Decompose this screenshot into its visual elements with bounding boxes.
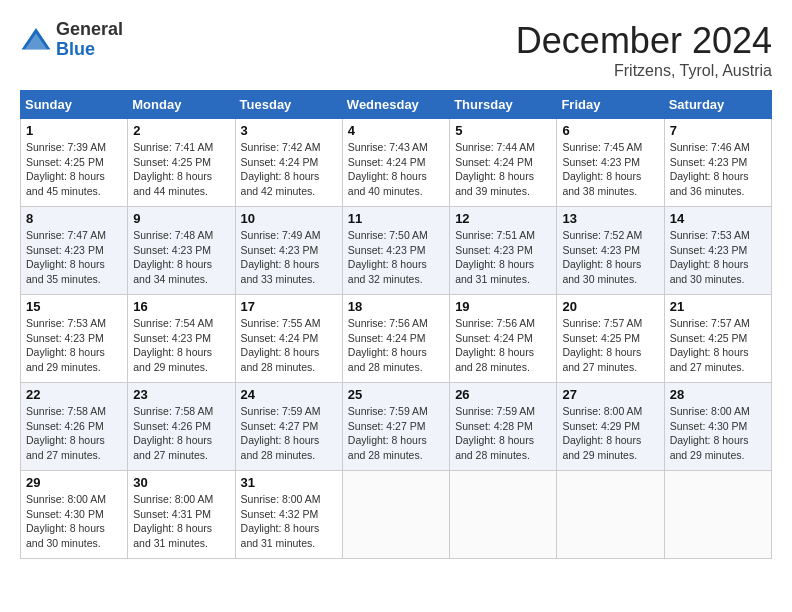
day-number: 12 [455,211,551,226]
day-info: Sunrise: 7:57 AMSunset: 4:25 PMDaylight:… [562,316,658,375]
day-info: Sunrise: 7:58 AMSunset: 4:26 PMDaylight:… [133,404,229,463]
calendar-table: SundayMondayTuesdayWednesdayThursdayFrid… [20,90,772,559]
day-info: Sunrise: 7:56 AMSunset: 4:24 PMDaylight:… [455,316,551,375]
day-number: 8 [26,211,122,226]
day-number: 22 [26,387,122,402]
calendar-cell: 21Sunrise: 7:57 AMSunset: 4:25 PMDayligh… [664,295,771,383]
logo-icon [20,24,52,56]
weekday-header-monday: Monday [128,91,235,119]
day-info: Sunrise: 7:53 AMSunset: 4:23 PMDaylight:… [670,228,766,287]
day-number: 17 [241,299,337,314]
day-number: 30 [133,475,229,490]
title-block: December 2024 Fritzens, Tyrol, Austria [516,20,772,80]
calendar-week-1: 1Sunrise: 7:39 AMSunset: 4:25 PMDaylight… [21,119,772,207]
day-number: 24 [241,387,337,402]
month-title: December 2024 [516,20,772,62]
day-info: Sunrise: 7:48 AMSunset: 4:23 PMDaylight:… [133,228,229,287]
day-info: Sunrise: 7:41 AMSunset: 4:25 PMDaylight:… [133,140,229,199]
day-number: 4 [348,123,444,138]
calendar-cell: 13Sunrise: 7:52 AMSunset: 4:23 PMDayligh… [557,207,664,295]
calendar-cell: 20Sunrise: 7:57 AMSunset: 4:25 PMDayligh… [557,295,664,383]
calendar-cell: 4Sunrise: 7:43 AMSunset: 4:24 PMDaylight… [342,119,449,207]
calendar-cell: 19Sunrise: 7:56 AMSunset: 4:24 PMDayligh… [450,295,557,383]
day-number: 16 [133,299,229,314]
calendar-cell: 7Sunrise: 7:46 AMSunset: 4:23 PMDaylight… [664,119,771,207]
day-info: Sunrise: 7:59 AMSunset: 4:28 PMDaylight:… [455,404,551,463]
day-number: 10 [241,211,337,226]
calendar-cell: 24Sunrise: 7:59 AMSunset: 4:27 PMDayligh… [235,383,342,471]
day-number: 29 [26,475,122,490]
day-number: 14 [670,211,766,226]
day-info: Sunrise: 7:47 AMSunset: 4:23 PMDaylight:… [26,228,122,287]
weekday-header-friday: Friday [557,91,664,119]
logo-text: General Blue [56,20,123,60]
calendar-cell: 16Sunrise: 7:54 AMSunset: 4:23 PMDayligh… [128,295,235,383]
day-info: Sunrise: 7:49 AMSunset: 4:23 PMDaylight:… [241,228,337,287]
calendar-cell: 28Sunrise: 8:00 AMSunset: 4:30 PMDayligh… [664,383,771,471]
day-info: Sunrise: 7:54 AMSunset: 4:23 PMDaylight:… [133,316,229,375]
day-number: 20 [562,299,658,314]
calendar-cell: 8Sunrise: 7:47 AMSunset: 4:23 PMDaylight… [21,207,128,295]
calendar-cell: 17Sunrise: 7:55 AMSunset: 4:24 PMDayligh… [235,295,342,383]
calendar-week-5: 29Sunrise: 8:00 AMSunset: 4:30 PMDayligh… [21,471,772,559]
day-number: 19 [455,299,551,314]
calendar-cell: 27Sunrise: 8:00 AMSunset: 4:29 PMDayligh… [557,383,664,471]
weekday-header-saturday: Saturday [664,91,771,119]
calendar-cell: 11Sunrise: 7:50 AMSunset: 4:23 PMDayligh… [342,207,449,295]
calendar-cell: 14Sunrise: 7:53 AMSunset: 4:23 PMDayligh… [664,207,771,295]
calendar-cell: 23Sunrise: 7:58 AMSunset: 4:26 PMDayligh… [128,383,235,471]
calendar-cell [342,471,449,559]
day-info: Sunrise: 8:00 AMSunset: 4:32 PMDaylight:… [241,492,337,551]
logo: General Blue [20,20,123,60]
day-info: Sunrise: 7:45 AMSunset: 4:23 PMDaylight:… [562,140,658,199]
weekday-header-wednesday: Wednesday [342,91,449,119]
calendar-cell: 9Sunrise: 7:48 AMSunset: 4:23 PMDaylight… [128,207,235,295]
day-number: 23 [133,387,229,402]
calendar-cell: 6Sunrise: 7:45 AMSunset: 4:23 PMDaylight… [557,119,664,207]
day-number: 1 [26,123,122,138]
day-info: Sunrise: 7:42 AMSunset: 4:24 PMDaylight:… [241,140,337,199]
day-number: 31 [241,475,337,490]
day-info: Sunrise: 7:57 AMSunset: 4:25 PMDaylight:… [670,316,766,375]
calendar-header: SundayMondayTuesdayWednesdayThursdayFrid… [21,91,772,119]
calendar-cell: 2Sunrise: 7:41 AMSunset: 4:25 PMDaylight… [128,119,235,207]
day-info: Sunrise: 8:00 AMSunset: 4:29 PMDaylight:… [562,404,658,463]
weekday-row: SundayMondayTuesdayWednesdayThursdayFrid… [21,91,772,119]
calendar-cell [450,471,557,559]
day-info: Sunrise: 8:00 AMSunset: 4:30 PMDaylight:… [26,492,122,551]
calendar-week-3: 15Sunrise: 7:53 AMSunset: 4:23 PMDayligh… [21,295,772,383]
calendar-week-4: 22Sunrise: 7:58 AMSunset: 4:26 PMDayligh… [21,383,772,471]
day-number: 25 [348,387,444,402]
day-number: 21 [670,299,766,314]
calendar-cell: 1Sunrise: 7:39 AMSunset: 4:25 PMDaylight… [21,119,128,207]
day-number: 15 [26,299,122,314]
day-info: Sunrise: 7:51 AMSunset: 4:23 PMDaylight:… [455,228,551,287]
day-number: 13 [562,211,658,226]
weekday-header-thursday: Thursday [450,91,557,119]
day-info: Sunrise: 7:56 AMSunset: 4:24 PMDaylight:… [348,316,444,375]
weekday-header-sunday: Sunday [21,91,128,119]
calendar-cell [557,471,664,559]
calendar-cell: 15Sunrise: 7:53 AMSunset: 4:23 PMDayligh… [21,295,128,383]
day-number: 11 [348,211,444,226]
calendar-cell: 29Sunrise: 8:00 AMSunset: 4:30 PMDayligh… [21,471,128,559]
day-info: Sunrise: 7:44 AMSunset: 4:24 PMDaylight:… [455,140,551,199]
page-header: General Blue December 2024 Fritzens, Tyr… [20,20,772,80]
day-info: Sunrise: 7:58 AMSunset: 4:26 PMDaylight:… [26,404,122,463]
calendar-cell: 26Sunrise: 7:59 AMSunset: 4:28 PMDayligh… [450,383,557,471]
day-info: Sunrise: 7:46 AMSunset: 4:23 PMDaylight:… [670,140,766,199]
day-number: 9 [133,211,229,226]
calendar-body: 1Sunrise: 7:39 AMSunset: 4:25 PMDaylight… [21,119,772,559]
calendar-cell: 18Sunrise: 7:56 AMSunset: 4:24 PMDayligh… [342,295,449,383]
location: Fritzens, Tyrol, Austria [516,62,772,80]
day-number: 27 [562,387,658,402]
day-number: 6 [562,123,658,138]
day-info: Sunrise: 7:59 AMSunset: 4:27 PMDaylight:… [241,404,337,463]
day-number: 5 [455,123,551,138]
day-info: Sunrise: 8:00 AMSunset: 4:30 PMDaylight:… [670,404,766,463]
day-number: 26 [455,387,551,402]
day-info: Sunrise: 7:55 AMSunset: 4:24 PMDaylight:… [241,316,337,375]
day-info: Sunrise: 7:59 AMSunset: 4:27 PMDaylight:… [348,404,444,463]
day-info: Sunrise: 7:52 AMSunset: 4:23 PMDaylight:… [562,228,658,287]
calendar-week-2: 8Sunrise: 7:47 AMSunset: 4:23 PMDaylight… [21,207,772,295]
